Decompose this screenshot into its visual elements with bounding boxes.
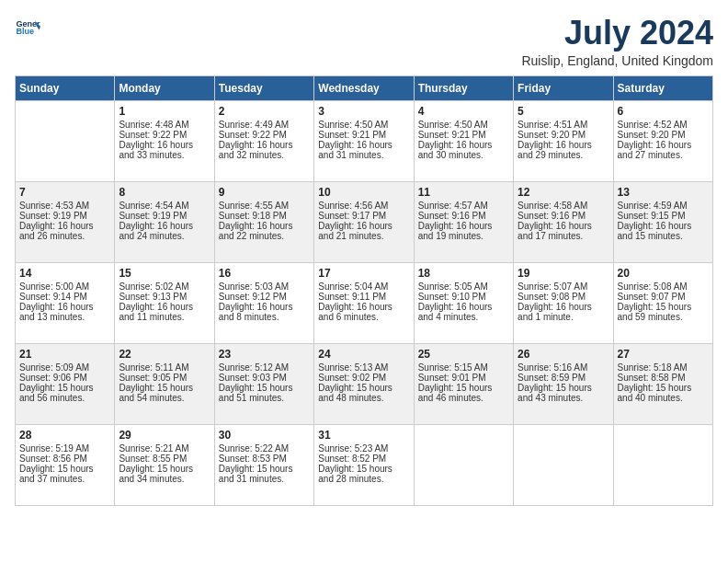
- sunset-text: Sunset: 9:11 PM: [318, 292, 409, 302]
- sunrise-text: Sunrise: 4:53 AM: [19, 201, 110, 211]
- calendar-cell: 16Sunrise: 5:03 AMSunset: 9:12 PMDayligh…: [214, 262, 313, 343]
- sunrise-text: Sunrise: 5:08 AM: [618, 282, 709, 292]
- calendar-cell: 17Sunrise: 5:04 AMSunset: 9:11 PMDayligh…: [314, 262, 414, 343]
- day-number: 30: [219, 429, 310, 442]
- calendar-cell: 12Sunrise: 4:58 AMSunset: 9:16 PMDayligh…: [514, 181, 613, 262]
- sunrise-text: Sunrise: 4:49 AM: [219, 120, 310, 130]
- daylight-text: Daylight: 16 hours and 22 minutes.: [219, 221, 310, 241]
- sunrise-text: Sunrise: 5:23 AM: [318, 443, 409, 454]
- daylight-text: Daylight: 16 hours and 32 minutes.: [219, 140, 310, 160]
- sunset-text: Sunset: 8:59 PM: [518, 373, 609, 383]
- title-section: July 2024 Ruislip, England, United Kingd…: [521, 15, 713, 68]
- sunset-text: Sunset: 9:17 PM: [318, 211, 409, 221]
- daylight-text: Daylight: 15 hours and 46 minutes.: [418, 383, 509, 403]
- calendar-week-row: 28Sunrise: 5:19 AMSunset: 8:56 PMDayligh…: [16, 424, 713, 505]
- calendar-cell: 25Sunrise: 5:15 AMSunset: 9:01 PMDayligh…: [414, 343, 513, 424]
- calendar-cell: 8Sunrise: 4:54 AMSunset: 9:19 PMDaylight…: [115, 181, 214, 262]
- calendar-cell: 21Sunrise: 5:09 AMSunset: 9:06 PMDayligh…: [16, 343, 115, 424]
- daylight-text: Daylight: 15 hours and 37 minutes.: [19, 464, 110, 484]
- day-number: 8: [119, 186, 210, 199]
- day-number: 15: [119, 267, 210, 280]
- calendar-cell: 18Sunrise: 5:05 AMSunset: 9:10 PMDayligh…: [414, 262, 513, 343]
- sunrise-text: Sunrise: 4:55 AM: [219, 201, 310, 211]
- calendar-cell: 20Sunrise: 5:08 AMSunset: 9:07 PMDayligh…: [613, 262, 712, 343]
- sunrise-text: Sunrise: 4:51 AM: [518, 120, 609, 130]
- daylight-text: Daylight: 16 hours and 8 minutes.: [219, 302, 310, 322]
- daylight-text: Daylight: 15 hours and 34 minutes.: [119, 464, 210, 484]
- calendar-cell: 7Sunrise: 4:53 AMSunset: 9:19 PMDaylight…: [16, 181, 115, 262]
- sunset-text: Sunset: 9:22 PM: [219, 130, 310, 140]
- calendar-cell: 13Sunrise: 4:59 AMSunset: 9:15 PMDayligh…: [613, 181, 712, 262]
- calendar-cell: 15Sunrise: 5:02 AMSunset: 9:13 PMDayligh…: [115, 262, 214, 343]
- calendar-week-row: 7Sunrise: 4:53 AMSunset: 9:19 PMDaylight…: [16, 181, 713, 262]
- day-number: 17: [318, 267, 409, 280]
- daylight-text: Daylight: 15 hours and 59 minutes.: [618, 302, 709, 322]
- calendar-week-row: 14Sunrise: 5:00 AMSunset: 9:14 PMDayligh…: [16, 262, 713, 343]
- sunset-text: Sunset: 9:06 PM: [19, 373, 110, 383]
- daylight-text: Daylight: 15 hours and 54 minutes.: [119, 383, 210, 403]
- daylight-text: Daylight: 16 hours and 27 minutes.: [618, 140, 709, 160]
- sunset-text: Sunset: 9:03 PM: [219, 373, 310, 383]
- weekday-header: Monday: [115, 75, 214, 100]
- logo: General Blue: [15, 15, 40, 40]
- calendar-cell: 10Sunrise: 4:56 AMSunset: 9:17 PMDayligh…: [314, 181, 414, 262]
- daylight-text: Daylight: 16 hours and 30 minutes.: [418, 140, 509, 160]
- sunrise-text: Sunrise: 4:58 AM: [518, 201, 609, 211]
- sunrise-text: Sunrise: 5:22 AM: [219, 443, 310, 454]
- sunset-text: Sunset: 9:18 PM: [219, 211, 310, 221]
- calendar-cell: 5Sunrise: 4:51 AMSunset: 9:20 PMDaylight…: [514, 100, 613, 181]
- sunrise-text: Sunrise: 5:19 AM: [19, 443, 110, 454]
- calendar-cell: 22Sunrise: 5:11 AMSunset: 9:05 PMDayligh…: [115, 343, 214, 424]
- sunset-text: Sunset: 9:14 PM: [19, 292, 110, 302]
- sunrise-text: Sunrise: 4:50 AM: [318, 120, 409, 130]
- calendar-cell: 24Sunrise: 5:13 AMSunset: 9:02 PMDayligh…: [314, 343, 414, 424]
- sunrise-text: Sunrise: 5:04 AM: [318, 282, 409, 292]
- daylight-text: Daylight: 16 hours and 31 minutes.: [318, 140, 409, 160]
- day-number: 14: [19, 267, 110, 280]
- sunrise-text: Sunrise: 4:54 AM: [119, 201, 210, 211]
- sunset-text: Sunset: 9:21 PM: [318, 130, 409, 140]
- weekday-header: Saturday: [613, 75, 712, 100]
- sunset-text: Sunset: 8:53 PM: [219, 454, 310, 464]
- day-number: 18: [418, 267, 509, 280]
- logo-icon: General Blue: [15, 15, 40, 40]
- weekday-header: Sunday: [16, 75, 115, 100]
- day-number: 11: [418, 186, 509, 199]
- calendar-cell: 1Sunrise: 4:48 AMSunset: 9:22 PMDaylight…: [115, 100, 214, 181]
- day-number: 3: [318, 105, 409, 118]
- weekday-header: Tuesday: [214, 75, 313, 100]
- daylight-text: Daylight: 15 hours and 31 minutes.: [219, 464, 310, 484]
- day-number: 21: [19, 348, 110, 361]
- day-number: 16: [219, 267, 310, 280]
- calendar-cell: [514, 424, 613, 505]
- sunrise-text: Sunrise: 4:59 AM: [618, 201, 709, 211]
- sunrise-text: Sunrise: 5:03 AM: [219, 282, 310, 292]
- sunset-text: Sunset: 8:52 PM: [318, 454, 409, 464]
- daylight-text: Daylight: 15 hours and 40 minutes.: [618, 383, 709, 403]
- sunset-text: Sunset: 9:02 PM: [318, 373, 409, 383]
- sunrise-text: Sunrise: 5:15 AM: [418, 362, 509, 373]
- day-number: 5: [518, 105, 609, 118]
- day-number: 31: [318, 429, 409, 442]
- day-number: 7: [19, 186, 110, 199]
- calendar-cell: 23Sunrise: 5:12 AMSunset: 9:03 PMDayligh…: [214, 343, 313, 424]
- sunset-text: Sunset: 8:55 PM: [119, 454, 210, 464]
- calendar-cell: [613, 424, 712, 505]
- calendar-cell: [16, 100, 115, 181]
- daylight-text: Daylight: 16 hours and 17 minutes.: [518, 221, 609, 241]
- sunrise-text: Sunrise: 4:52 AM: [618, 120, 709, 130]
- sunset-text: Sunset: 9:08 PM: [518, 292, 609, 302]
- sunrise-text: Sunrise: 5:21 AM: [119, 443, 210, 454]
- sunrise-text: Sunrise: 5:00 AM: [19, 282, 110, 292]
- sunrise-text: Sunrise: 5:18 AM: [618, 362, 709, 373]
- daylight-text: Daylight: 16 hours and 15 minutes.: [618, 221, 709, 241]
- daylight-text: Daylight: 16 hours and 29 minutes.: [518, 140, 609, 160]
- calendar-cell: 14Sunrise: 5:00 AMSunset: 9:14 PMDayligh…: [16, 262, 115, 343]
- daylight-text: Daylight: 16 hours and 1 minute.: [518, 302, 609, 322]
- calendar-cell: 4Sunrise: 4:50 AMSunset: 9:21 PMDaylight…: [414, 100, 513, 181]
- sunset-text: Sunset: 9:05 PM: [119, 373, 210, 383]
- daylight-text: Daylight: 16 hours and 21 minutes.: [318, 221, 409, 241]
- daylight-text: Daylight: 16 hours and 6 minutes.: [318, 302, 409, 322]
- sunset-text: Sunset: 8:58 PM: [618, 373, 709, 383]
- day-number: 1: [119, 105, 210, 118]
